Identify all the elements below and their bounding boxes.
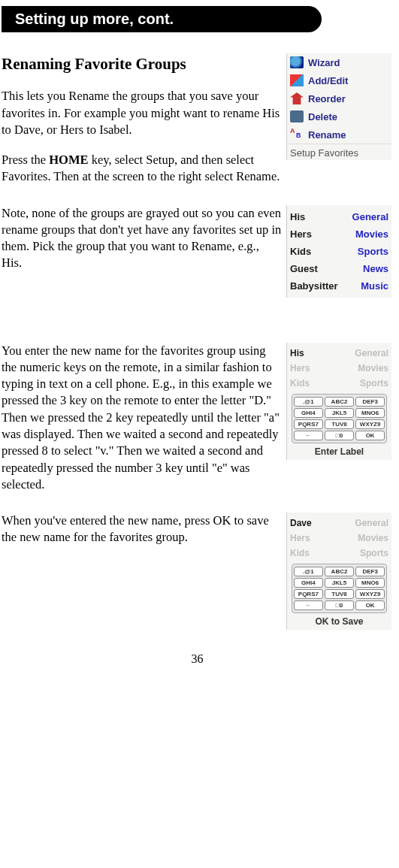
key: ABC2	[325, 567, 354, 576]
key: DEF3	[355, 397, 385, 407]
key: OK	[355, 431, 385, 440]
group-movies-dim: Movies	[340, 361, 391, 376]
key: ←	[294, 431, 323, 440]
label: Rename	[308, 129, 346, 141]
reorder-icon	[290, 92, 304, 104]
para-enter-name: You enter the new name for the favorites…	[2, 343, 282, 493]
menu-item-delete: Delete	[287, 107, 391, 126]
wizard-icon	[290, 56, 304, 68]
key: DEF3	[355, 567, 385, 576]
key: TUV8	[325, 419, 354, 429]
delete-icon	[290, 110, 304, 122]
keypad: .@1 ABC2 DEF3 GHI4 JKL5 MNO6 PQRS7 TUV8 …	[292, 394, 387, 443]
home-key: HOME	[49, 153, 88, 167]
group-sports-dim: Sports	[340, 376, 391, 391]
page-number: 36	[2, 652, 393, 666]
key: ←	[294, 600, 323, 610]
menu-item-wizard: Wizard	[287, 53, 391, 71]
key: ABC2	[325, 397, 354, 407]
group-sports-dim: Sports	[340, 546, 391, 561]
label: Delete	[308, 111, 337, 122]
group-guest: Guest	[289, 260, 340, 277]
screenshot-setup-favorites: Wizard Add/Edit Reorder Delete Rename Se…	[286, 53, 391, 160]
group-kids: Kids	[289, 243, 340, 260]
key: MNO6	[355, 408, 385, 418]
group-dave: Dave	[289, 516, 340, 531]
para-pick-group: Note, none of the groups are grayed out …	[2, 205, 282, 272]
group-kids-dim: Kids	[289, 546, 340, 561]
group-his: His	[289, 346, 340, 361]
keypad: .@1 ABC2 DEF3 GHI4 JKL5 MNO6 PQRS7 TUV8 …	[292, 564, 387, 613]
para-press-ok: When you've entered the new name, press …	[2, 513, 282, 546]
screenshot-group-list: His General Hers Movies Kids Sports Gues…	[286, 205, 391, 298]
key: .@1	[294, 567, 323, 576]
menu-item-reorder: Reorder	[287, 89, 391, 107]
key: OK	[355, 600, 385, 610]
para-press-home: Press the HOME key, select Setup, and th…	[2, 152, 282, 186]
key: MNO6	[355, 578, 385, 588]
group-news: News	[340, 260, 391, 277]
key: JKL5	[325, 408, 354, 418]
key: .@1	[294, 397, 323, 407]
menu-item-addedit: Add/Edit	[287, 71, 391, 89]
rename-icon	[290, 129, 304, 141]
label: Wizard	[308, 57, 340, 68]
group-sports: Sports	[340, 243, 391, 260]
key: TUV8	[325, 589, 354, 599]
group-movies: Movies	[340, 225, 391, 243]
para-intro: This lets you Rename the groups that you…	[2, 88, 282, 138]
group-hers-dim: Hers	[289, 361, 340, 376]
key: JKL5	[325, 578, 354, 588]
key: WXYZ9	[355, 589, 385, 599]
key: □0	[325, 600, 354, 610]
key: WXYZ9	[355, 419, 385, 429]
group-music: Music	[340, 277, 391, 295]
screenshot-ok-to-save: Dave General Hers Movies Kids Sports .@1…	[286, 513, 391, 630]
group-movies-dim: Movies	[340, 531, 391, 546]
group-hers-dim: Hers	[289, 531, 340, 546]
key: GHI4	[294, 578, 323, 588]
group-babysitter: Babysitter	[289, 277, 340, 295]
group-general-dim: General	[340, 346, 391, 361]
caption-ok-to-save: OK to Save	[287, 615, 391, 630]
add-edit-icon	[290, 74, 304, 86]
caption-enter-label: Enter Label	[287, 445, 391, 460]
key: GHI4	[294, 408, 323, 418]
group-hers: Hers	[289, 225, 340, 243]
key: PQRS7	[294, 419, 323, 429]
label: Add/Edit	[308, 75, 348, 86]
menu-item-rename: Rename	[287, 126, 391, 144]
label: Reorder	[308, 93, 346, 104]
caption-setup-favorites: Setup Favorites	[287, 144, 391, 160]
group-general: General	[340, 208, 391, 225]
section-header: Setting up more, cont.	[2, 6, 322, 32]
group-general-dim: General	[340, 516, 391, 531]
key: □0	[325, 431, 354, 440]
heading-renaming: Renaming Favorite Groups	[2, 53, 282, 74]
group-kids-dim: Kids	[289, 376, 340, 391]
key: PQRS7	[294, 589, 323, 599]
text: Press the	[2, 153, 49, 167]
screenshot-enter-label: His General Hers Movies Kids Sports .@1 …	[286, 343, 391, 460]
group-his: His	[289, 208, 340, 225]
